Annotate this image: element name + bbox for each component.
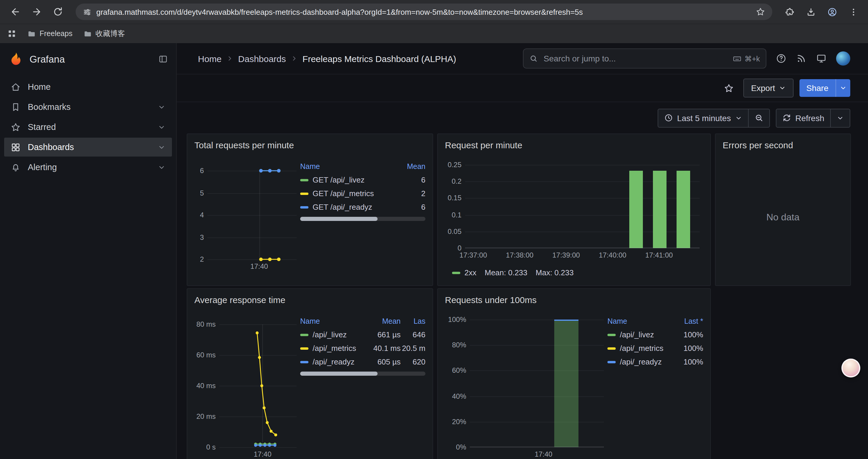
refresh-interval-button[interactable] <box>830 109 850 127</box>
bookmark-folder-blogs[interactable]: 收藏博客 <box>83 29 125 39</box>
legend-table: Name Mean Las /api/_livez 661 µs 646 /ap… <box>300 315 426 447</box>
time-range-button[interactable]: Last 5 minutes <box>658 109 748 127</box>
breadcrumb-current: Freeleaps Metrics Dashboard (ALPHA) <box>303 54 456 64</box>
chevron-down-icon[interactable] <box>158 103 165 111</box>
sidebar-item-alerting[interactable]: Alerting <box>4 158 172 177</box>
sidebar-item-dashboards[interactable]: Dashboards <box>4 138 172 157</box>
panel-total-requests[interactable]: Total requests per minute 65432 17:40 Na… <box>187 133 433 286</box>
chevron-down-icon[interactable] <box>158 163 165 171</box>
legend-row[interactable]: /api/_metrics 100% <box>608 341 703 355</box>
panel-title: Request per minute <box>445 139 703 152</box>
folder-icon <box>27 29 36 38</box>
breadcrumb-home[interactable]: Home <box>198 54 222 64</box>
url-bar[interactable]: grafana.mathmast.com/d/deytv4rwavabkb/fr… <box>75 4 772 20</box>
legend-row[interactable]: /api/_livez 100% <box>608 328 703 341</box>
folder-icon <box>83 29 92 38</box>
toolbar-right <box>780 3 862 21</box>
legend-row[interactable]: GET /api/_livez 6 <box>300 173 426 187</box>
legend-scrollbar[interactable] <box>300 217 426 221</box>
series-swatch <box>300 206 308 208</box>
dashboard-panels: Total requests per minute 65432 17:40 Na… <box>177 133 868 459</box>
keyboard-icon <box>733 54 742 63</box>
scrollbar-thumb[interactable] <box>300 217 378 221</box>
sidebar-item-label: Dashboards <box>28 142 74 152</box>
floating-assistant-avatar[interactable] <box>841 359 860 378</box>
reload-icon <box>53 6 63 17</box>
browser-menu-button[interactable] <box>844 3 862 21</box>
chevron-down-icon[interactable] <box>158 143 165 151</box>
site-info-icon[interactable] <box>83 7 92 16</box>
monitor-icon[interactable] <box>816 53 827 64</box>
legend-inline: 2xx Mean: 0.233 Max: 0.233 <box>452 268 703 277</box>
series-swatch <box>608 361 616 363</box>
star-dashboard-button[interactable] <box>720 79 737 97</box>
zoom-out-icon <box>754 113 764 122</box>
legend-header: Name Mean <box>300 160 426 173</box>
legend-series[interactable]: 2xx <box>452 268 476 277</box>
forward-button[interactable] <box>27 2 46 21</box>
home-icon <box>11 82 21 92</box>
legend-row[interactable]: /api/_metrics 40.1 ms 20.5 m <box>300 341 426 355</box>
series-swatch <box>608 347 616 350</box>
legend-row[interactable]: GET /api/_metrics 2 <box>300 187 426 200</box>
user-avatar[interactable] <box>836 52 850 66</box>
no-data-message: No data <box>723 212 843 223</box>
sidebar-collapse-icon[interactable] <box>158 54 168 64</box>
legend-row[interactable]: GET /api/_readyz 6 <box>300 200 426 214</box>
series-swatch <box>300 192 308 195</box>
extensions-button[interactable] <box>780 3 798 21</box>
breadcrumb: Home Dashboards Freeleaps Metrics Dashbo… <box>198 54 514 64</box>
chevron-down-icon[interactable] <box>158 123 165 131</box>
legend-row[interactable]: /api/_livez 661 µs 646 <box>300 328 426 341</box>
refresh-button[interactable]: Refresh <box>776 109 830 127</box>
bell-icon <box>11 162 21 172</box>
panel-title: Requests under 100ms <box>445 294 703 306</box>
sidebar-item-label: Bookmarks <box>28 102 71 112</box>
downloads-button[interactable] <box>802 3 819 21</box>
help-icon[interactable] <box>776 53 786 64</box>
panel-title: Total requests per minute <box>194 139 426 152</box>
y-axis: 0.250.20.150.10.050 <box>445 165 465 248</box>
browser-profile-button[interactable] <box>823 3 841 21</box>
line-chart: 80 ms60 ms40 ms20 ms0 s 17:40 <box>194 306 300 447</box>
search-input[interactable] <box>542 53 728 64</box>
sidebar-item-bookmarks[interactable]: Bookmarks <box>4 97 172 117</box>
panel-average-response-time[interactable]: Average response time 80 ms60 ms40 ms20 … <box>187 288 433 459</box>
bookmark-folder-freeleaps[interactable]: Freeleaps <box>27 29 72 38</box>
news-rss-icon[interactable] <box>796 53 807 64</box>
grafana-logo-icon[interactable] <box>8 52 24 67</box>
star-icon <box>723 83 734 93</box>
search-box[interactable]: ⌘+k <box>523 48 766 68</box>
export-button[interactable]: Export <box>743 78 793 97</box>
back-icon <box>10 6 21 17</box>
screen: grafana.mathmast.com/d/deytv4rwavabkb/fr… <box>0 0 868 459</box>
sidebar-nav: Home Bookmarks Starred Dashboards <box>0 75 176 179</box>
sidebar-item-label: Starred <box>28 122 56 132</box>
export-label: Export <box>751 83 775 93</box>
breadcrumb-dashboards[interactable]: Dashboards <box>238 54 286 64</box>
sidebar-brand: Grafana <box>0 43 176 75</box>
sidebar-item-starred[interactable]: Starred <box>4 118 172 136</box>
legend-row[interactable]: /api/_readyz 605 µs 620 <box>300 355 426 369</box>
panel-errors-per-second[interactable]: Errors per second No data <box>715 133 851 286</box>
panel-requests-under-100ms[interactable]: Requests under 100ms 100%80%60%40%20%0% … <box>437 288 711 459</box>
share-button[interactable]: Share <box>799 79 836 97</box>
bar-chart: 0.250.20.150.10.050 17:37:0017:38:0017:3… <box>445 165 703 248</box>
legend-scrollbar[interactable] <box>300 371 426 376</box>
share-menu-button[interactable] <box>836 79 850 97</box>
url-text: grafana.mathmast.com/d/deytv4rwavabkb/fr… <box>96 7 751 16</box>
sidebar-item-label: Alerting <box>28 162 57 172</box>
series-swatch <box>452 271 460 274</box>
apps-grid-icon[interactable] <box>7 29 17 38</box>
legend-row[interactable]: /api/_readyz 100% <box>608 355 703 369</box>
bookmark-star-icon[interactable] <box>756 7 765 17</box>
panel-request-per-minute[interactable]: Request per minute 0.250.20.150.10.050 1… <box>437 133 711 286</box>
back-button[interactable] <box>6 2 25 21</box>
main-area: Home Dashboards Freeleaps Metrics Dashbo… <box>177 43 868 459</box>
zoom-out-button[interactable] <box>748 109 769 127</box>
sidebar-item-home[interactable]: Home <box>4 77 172 96</box>
y-axis: 65432 <box>194 171 208 259</box>
bookmark-icon <box>11 102 21 112</box>
scrollbar-thumb[interactable] <box>300 371 378 376</box>
reload-button[interactable] <box>49 2 67 21</box>
